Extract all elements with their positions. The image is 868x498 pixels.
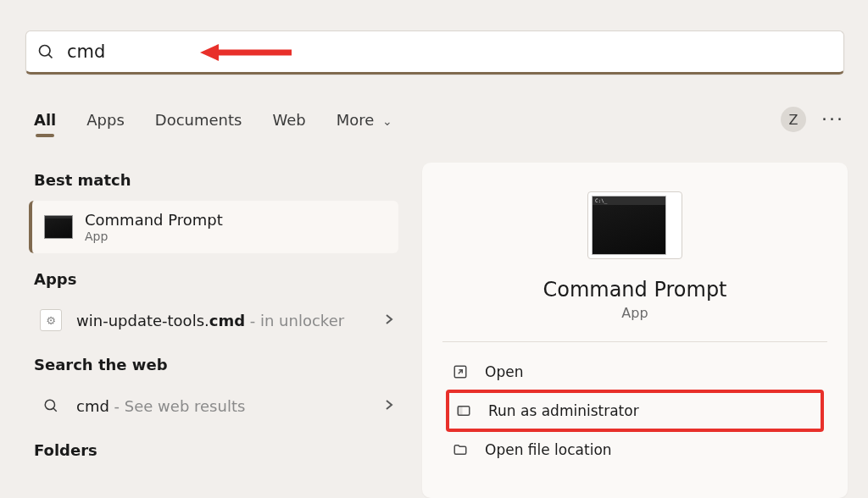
result-title: Command Prompt <box>85 211 223 229</box>
result-text: cmd - See web results <box>76 397 385 415</box>
folders-heading: Folders <box>34 441 398 459</box>
tab-label: Documents <box>155 111 242 129</box>
svg-point-0 <box>40 46 51 57</box>
search-tabs: All Apps Documents Web More ⌄ Z ··· <box>34 105 844 134</box>
best-match-heading: Best match <box>34 171 398 189</box>
divider <box>442 341 827 342</box>
search-input[interactable] <box>67 42 833 62</box>
chevron-down-icon: ⌄ <box>382 114 392 128</box>
result-text: win-update-tools.cmd - in unlocker <box>76 312 385 329</box>
user-avatar[interactable]: Z <box>781 107 806 132</box>
action-open[interactable]: Open <box>439 352 831 391</box>
command-prompt-icon <box>44 215 73 239</box>
search-box[interactable] <box>25 30 844 75</box>
app-thumbnail <box>587 191 682 259</box>
preview-title: Command Prompt <box>439 278 831 302</box>
svg-point-4 <box>45 400 54 409</box>
cmd-file-icon: ⚙ <box>39 308 63 332</box>
open-icon <box>451 362 470 381</box>
tab-all[interactable]: All <box>34 111 56 129</box>
web-heading: Search the web <box>34 356 398 374</box>
tab-label: Apps <box>86 111 125 129</box>
shield-icon <box>454 401 473 420</box>
search-icon <box>36 42 55 61</box>
avatar-initial: Z <box>789 112 798 128</box>
results-column: Best match Command Prompt App Apps ⚙ win… <box>34 166 398 471</box>
preview-pane: Command Prompt App Open Run as administr… <box>422 163 848 498</box>
action-run-as-admin[interactable]: Run as administrator <box>446 390 824 432</box>
chevron-right-icon <box>385 313 393 329</box>
apps-heading: Apps <box>34 270 398 288</box>
tab-apps[interactable]: Apps <box>86 111 125 129</box>
action-label: Open <box>485 363 523 380</box>
svg-line-5 <box>53 408 57 412</box>
web-result-item[interactable]: cmd - See web results <box>34 385 398 426</box>
best-match-item[interactable]: Command Prompt App <box>29 201 398 253</box>
tab-label: Web <box>272 111 305 129</box>
action-label: Open file location <box>485 441 612 458</box>
overflow-menu-button[interactable]: ··· <box>821 110 844 129</box>
tab-label: All <box>34 111 56 129</box>
command-prompt-icon <box>592 196 666 255</box>
result-subtitle: App <box>85 230 223 243</box>
tab-more[interactable]: More ⌄ <box>337 111 392 129</box>
chevron-right-icon <box>385 398 393 414</box>
svg-line-1 <box>48 54 52 58</box>
tab-label: More <box>337 111 375 129</box>
action-label: Run as administrator <box>488 402 639 419</box>
apps-result-item[interactable]: ⚙ win-update-tools.cmd - in unlocker <box>34 300 398 340</box>
tab-web[interactable]: Web <box>272 111 305 129</box>
preview-subtitle: App <box>439 305 831 321</box>
action-open-file-location[interactable]: Open file location <box>439 430 831 469</box>
search-icon <box>39 394 63 418</box>
folder-icon <box>451 440 470 459</box>
svg-rect-8 <box>458 407 462 416</box>
tab-documents[interactable]: Documents <box>155 111 242 129</box>
